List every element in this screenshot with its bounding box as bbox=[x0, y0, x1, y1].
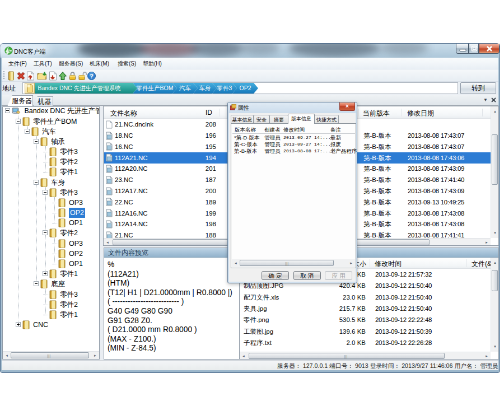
svg-text:?: ? bbox=[90, 73, 93, 80]
